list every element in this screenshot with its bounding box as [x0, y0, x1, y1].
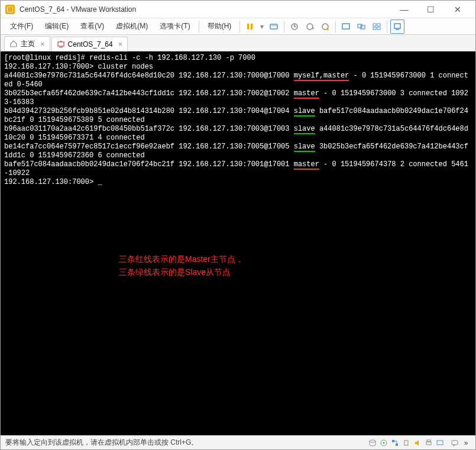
role-master: myself,master	[294, 72, 349, 81]
vm-icon	[57, 40, 65, 48]
svg-rect-29	[437, 441, 443, 445]
menu-help[interactable]: 帮助(H)	[202, 19, 238, 34]
separator	[335, 21, 336, 33]
unity-button[interactable]	[354, 20, 368, 34]
statusbar: 要将输入定向到该虚拟机，请在虚拟机内部单击或按 Ctrl+G。 »	[1, 435, 475, 449]
maximize-button[interactable]: ☐	[417, 1, 444, 18]
separator	[284, 21, 284, 33]
svg-rect-24	[392, 440, 394, 442]
svg-rect-17	[377, 27, 380, 30]
tabbar: 主页 × CentOS_7_64 ×	[1, 35, 475, 51]
window-title: CentOS_7_64 - VMware Workstation	[20, 5, 391, 14]
pause-dropdown[interactable]: ▾	[258, 20, 265, 34]
fullscreen-button[interactable]	[339, 20, 353, 34]
send-ctrlaltdel-button[interactable]	[267, 20, 281, 34]
separator	[239, 21, 240, 33]
terminal-output: bafe517c084aadaacb0b0249dac1e706f24bc21f…	[4, 160, 294, 169]
svg-text:+: +	[312, 25, 315, 31]
status-text: 要将输入定向到该虚拟机，请在虚拟机内部单击或按 Ctrl+G。	[5, 438, 198, 448]
terminal-output: b04d39427329b256fcb9b851e02d4b814314b280…	[4, 107, 294, 115]
svg-rect-16	[373, 27, 376, 30]
terminal-prompt: 192.168.127.130:7000>	[4, 63, 98, 71]
minimize-button[interactable]: —	[391, 1, 417, 18]
menu-view[interactable]: 查看(V)	[75, 19, 110, 34]
svg-point-10	[326, 28, 329, 30]
menu-tabs[interactable]: 选项卡(T)	[154, 19, 196, 34]
svg-rect-27	[426, 442, 431, 445]
terminal[interactable]: [root@linux redis]# redis-cli -c -h 192.…	[1, 51, 475, 435]
tab-vm[interactable]: CentOS_7_64 ×	[51, 37, 128, 51]
terminal-output: be14cfa7cc064e75977ec8517c1eccf96e92aebf…	[4, 143, 294, 151]
svg-rect-18	[394, 24, 400, 28]
svg-rect-14	[373, 24, 376, 26]
terminal-output: 3b025b3ecfa65f462de639c7a412be443cf1dd1c…	[4, 89, 294, 98]
svg-rect-25	[396, 443, 398, 446]
terminal-line: [root@linux redis]# redis-cli -c -h 192.…	[4, 54, 255, 62]
titlebar: CentOS_7_64 - VMware Workstation — ☐ ✕	[1, 1, 475, 18]
separator	[387, 21, 387, 33]
snapshot-button[interactable]	[287, 20, 302, 34]
status-icons: »	[368, 438, 471, 448]
home-icon	[9, 40, 18, 48]
network-icon[interactable]	[390, 438, 400, 448]
usb-icon[interactable]	[401, 438, 411, 448]
svg-point-21	[370, 440, 375, 442]
svg-rect-1	[251, 24, 252, 30]
svg-rect-30	[452, 441, 458, 445]
svg-rect-0	[247, 24, 249, 30]
menu-file[interactable]: 文件(F)	[4, 19, 39, 34]
separator	[199, 21, 199, 33]
thumbnail-button[interactable]	[370, 20, 384, 34]
svg-rect-5	[275, 25, 276, 26]
printer-icon[interactable]	[424, 438, 433, 448]
menu-edit[interactable]: 编辑(E)	[39, 19, 75, 34]
tab-home[interactable]: 主页 ×	[4, 36, 50, 51]
cursor: _	[98, 178, 102, 186]
terminal-output: a44081c39e7978c731a5c64476f4dc64e8d10c20…	[4, 72, 294, 80]
tab-vm-label: CentOS_7_64	[68, 40, 113, 48]
snapshot-take-button[interactable]: +	[303, 20, 317, 34]
svg-rect-20	[58, 42, 64, 46]
close-button[interactable]: ✕	[444, 1, 471, 18]
tab-home-label: 主页	[21, 39, 35, 49]
menu-vm[interactable]: 虚拟机(M)	[110, 19, 154, 34]
svg-rect-28	[427, 440, 430, 442]
svg-rect-26	[404, 441, 408, 445]
svg-rect-3	[271, 25, 273, 26]
terminal-command: cluster nodes	[98, 63, 153, 71]
console-view-button[interactable]	[390, 20, 404, 34]
terminal-output: b96aac031170a2aa42c619fbc08450bb51af372c…	[4, 125, 294, 133]
display-icon[interactable]	[435, 438, 445, 448]
svg-point-23	[383, 442, 385, 443]
disk-icon[interactable]	[368, 438, 377, 448]
svg-rect-12	[358, 24, 362, 28]
message-icon[interactable]	[450, 438, 459, 448]
role-slave: slave	[294, 143, 315, 152]
role-master: master	[294, 89, 319, 99]
sound-icon[interactable]	[413, 438, 422, 448]
terminal-prompt: 192.168.127.130:7000>	[4, 178, 98, 186]
tab-close-icon[interactable]: ×	[40, 40, 45, 48]
annotation-text: 三条红线表示的是Master主节点，三条绿线表示的是Slave从节点	[119, 252, 244, 279]
vmware-icon	[5, 5, 15, 14]
role-slave: slave	[294, 125, 315, 134]
svg-rect-11	[342, 24, 349, 29]
cd-icon[interactable]	[379, 438, 388, 448]
svg-rect-2	[270, 24, 277, 29]
svg-rect-13	[361, 25, 365, 29]
menubar: 文件(F) 编辑(E) 查看(V) 虚拟机(M) 选项卡(T) 帮助(H) ▾ …	[1, 18, 475, 35]
svg-rect-15	[377, 24, 380, 26]
role-master: master	[294, 160, 319, 170]
chevron-icon[interactable]: »	[461, 438, 471, 448]
role-slave: slave	[294, 107, 315, 116]
tab-close-icon[interactable]: ×	[118, 40, 123, 48]
svg-rect-4	[273, 25, 274, 26]
snapshot-manage-button[interactable]	[318, 20, 332, 34]
pause-button[interactable]	[243, 20, 257, 34]
